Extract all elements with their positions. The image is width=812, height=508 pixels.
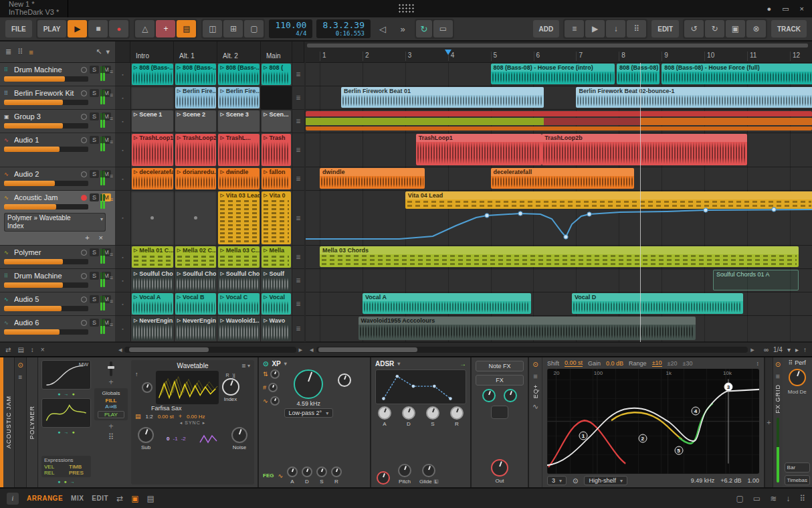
mod-route-dots[interactable]: ●→● [41, 391, 91, 397]
wavetable-preset[interactable]: Farfisa Sax [151, 405, 250, 412]
clip-slot[interactable]: ▷808 (Bass-... [175, 63, 218, 86]
track-name[interactable]: Audio 2 [14, 170, 78, 178]
track-row[interactable]: ⠿ Drum Machine S M ≡ [0, 269, 115, 292]
arranger-track-lane[interactable]: 808 (Bass-08) - House Force (intro) 808 … [306, 63, 812, 86]
volume-slider[interactable] [4, 306, 88, 311]
eq-gain-value[interactable]: 0.0 dB [606, 360, 623, 367]
note-fx-tab[interactable]: Note FX [476, 361, 524, 371]
io-routing-icon[interactable]: ⇄ [116, 494, 123, 503]
clip-slot[interactable]: ▷dorianredu... [175, 167, 218, 190]
arranger-track-lane[interactable]: Wavoloid1955 Acccolours [306, 316, 812, 342]
add-modulator-button[interactable]: + [108, 423, 113, 430]
sustain-knob[interactable] [426, 406, 439, 420]
track-name[interactable]: Group 3 [14, 112, 78, 120]
clip-slot[interactable]: ▷808 (Bass-... [131, 63, 175, 86]
filter-power-icon[interactable]: ⊙ [263, 360, 268, 367]
eq-shift-value[interactable]: 0.00 st [565, 359, 583, 367]
mod-route-dots[interactable]: ●●→ [41, 479, 91, 485]
clip-slot[interactable]: ▷dwindle [217, 167, 261, 190]
delete-icon[interactable]: ⊗ [746, 20, 766, 37]
feg-release-knob[interactable] [331, 467, 342, 477]
osc-freq[interactable]: 0.00 Hz [187, 414, 205, 420]
clip-slot-empty[interactable] [261, 86, 292, 109]
wavetable-title[interactable]: Wavetable [177, 362, 209, 369]
track-row[interactable]: ∿ Audio 6 S M ≡ [0, 316, 115, 342]
arranger-clip[interactable]: Soulful Chords 01 A [713, 270, 799, 290]
feg-sustain-knob[interactable] [316, 467, 327, 477]
stop-clips-button[interactable]: ≣ [292, 292, 304, 315]
polymer-device-tab[interactable]: POLYMER [27, 357, 38, 487]
volume-slider[interactable] [4, 204, 88, 209]
timeline-ruler[interactable]: 123456789101112 [306, 41, 812, 63]
stop-clips-button[interactable]: ≣ [292, 246, 304, 268]
stop-clips-button[interactable]: ≣ [292, 133, 304, 167]
track-menu-icon[interactable]: ≡ [110, 68, 113, 75]
clip-slot[interactable]: ▷Berlin Fire... [217, 86, 261, 109]
feg-attack-knob[interactable] [287, 467, 298, 477]
clip-stop-button[interactable]: ▪ [115, 133, 131, 167]
fx-send-a-knob[interactable] [482, 389, 496, 402]
track-row[interactable]: ▣ Group 3 S M ≡ [0, 110, 115, 133]
arranger-timeline[interactable]: 808 (Bass-08) - House Force (intro) 808 … [306, 63, 812, 342]
tempo-display[interactable]: 110.00 4/4 [269, 19, 312, 38]
env-curve-display[interactable] [41, 398, 91, 428]
dice-modulator-icon[interactable]: ⠿ [108, 432, 114, 442]
track-name[interactable]: Polymer [14, 248, 78, 256]
play-button[interactable]: ▶ [68, 20, 87, 37]
globals-module[interactable]: Globals FILL A⇒B PLAY [94, 388, 128, 420]
sync-toggle[interactable]: SYNC [185, 420, 200, 425]
solo-button[interactable]: S [90, 66, 99, 74]
solo-button[interactable]: S [90, 170, 99, 178]
arranger-clip[interactable]: Vocal D [572, 293, 743, 314]
expression-rel[interactable]: REL [44, 470, 64, 476]
track-menu-icon[interactable]: ≡ [110, 274, 113, 281]
loop-toggle-icon[interactable]: ↻ [416, 20, 432, 37]
stop-button[interactable]: ■ [88, 20, 108, 37]
file-menu-button[interactable]: FILE [5, 20, 32, 37]
eq-curve-icon[interactable]: ∿ [532, 402, 538, 411]
tab-arrange[interactable]: ARRANGE [27, 495, 63, 502]
swap-panels-icon[interactable]: ⇄ [5, 346, 11, 353]
attack-knob[interactable] [378, 406, 391, 420]
clip-stop-button[interactable]: ▪ [115, 269, 131, 292]
undo-icon[interactable]: ↺ [684, 20, 704, 37]
index-knob[interactable] [222, 378, 239, 396]
monitor-button[interactable] [81, 273, 87, 279]
play-start-marker[interactable] [445, 50, 451, 55]
window-tab[interactable]: New 1 * [0, 0, 68, 8]
grid-view-icon[interactable]: ⠿ [627, 20, 646, 37]
mixer-grid-icon[interactable]: ▤ [147, 494, 155, 503]
tab-edit[interactable]: EDIT [92, 495, 108, 502]
eq-band-3[interactable]: 3 [724, 382, 733, 391]
punch-button[interactable]: ◫ [203, 20, 222, 37]
track-device-selector[interactable]: Polymer » WavetableIndex▾ [4, 213, 106, 232]
cutoff-value[interactable]: 4.59 kHz [297, 400, 321, 407]
arranger-clip[interactable]: 808 (Bass-08) - House Force (intro) [491, 64, 615, 84]
playhead[interactable] [640, 63, 641, 342]
device-chain-menu-icon[interactable]: ≡ [19, 373, 23, 381]
clip-slot[interactable]: ▷Vocal A [131, 292, 175, 315]
clip-slot[interactable]: ▷Vocal C [217, 292, 261, 315]
redo-icon[interactable]: ↻ [705, 20, 724, 37]
keytrack-knob[interactable] [268, 383, 278, 392]
clip-slot[interactable]: ▷808 (Bass-... [217, 63, 261, 86]
clip-slot[interactable]: ▷NeverEngin... [131, 316, 175, 341]
solo-button[interactable]: S [90, 248, 99, 256]
sub-octave-selector[interactable]: 0 -1 -2 [167, 436, 186, 442]
fx-grid-power-icon[interactable]: ⊙ [775, 361, 781, 368]
close-window-icon[interactable]: × [800, 5, 804, 13]
edit-menu-button[interactable]: EDIT [651, 20, 679, 37]
filter-mod-knob[interactable] [270, 369, 280, 379]
layout-button[interactable]: ▢ [244, 20, 264, 37]
loop-brace-icon[interactable]: ∞ [764, 346, 769, 353]
clip-stop-button[interactable]: ▪ [115, 316, 131, 341]
volume-slider[interactable] [4, 76, 88, 82]
bar-box[interactable]: Bar [785, 462, 810, 473]
add-modulator-button[interactable]: + [108, 379, 113, 386]
clip-slot[interactable]: ▷Soulful Cho... [175, 269, 218, 292]
track-menu-icon[interactable]: ≡ [110, 173, 113, 179]
track-row[interactable]: ∿ Acoustic Jam S M Polymer » WavetableIn… [0, 191, 115, 246]
perf-label[interactable]: Perf [795, 359, 806, 366]
metronome-button[interactable]: △ [135, 20, 155, 37]
launcher-grid-icon[interactable]: ▤ [17, 346, 23, 353]
